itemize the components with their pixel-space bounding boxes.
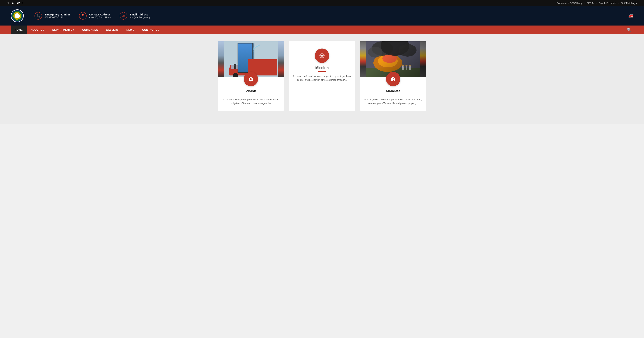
svg-point-36 bbox=[398, 44, 416, 56]
nispsas-link[interactable]: Download NISPSAS App bbox=[557, 2, 582, 4]
house-icon bbox=[390, 76, 396, 82]
mission-title: Mission bbox=[312, 66, 332, 70]
svg-rect-38 bbox=[402, 66, 404, 70]
facebook-icon[interactable]: f bbox=[22, 2, 23, 5]
ffs-tv-link[interactable]: FFS Tv bbox=[587, 2, 594, 4]
header-info: 📞 Emergency Number 08032003557 | 112 📍 C… bbox=[34, 12, 618, 20]
svg-point-44 bbox=[402, 64, 404, 66]
header: 📞 Emergency Number 08032003557 | 112 📍 C… bbox=[0, 6, 644, 26]
top-bar: 𝕏 ▶ ☎ f Download NISPSAS App - FFS Tv - … bbox=[0, 0, 644, 6]
svg-point-20 bbox=[322, 55, 322, 56]
nav-about[interactable]: ABOUT US bbox=[26, 26, 48, 34]
contact-info: 📍 Contact Address Area 10, Garki Abuja bbox=[79, 12, 111, 20]
youtube-icon[interactable]: ▶ bbox=[12, 2, 14, 5]
mission-card: Mission To ensure safety of lives and pr… bbox=[289, 41, 355, 111]
separator-3: - bbox=[618, 2, 619, 4]
separator-2: - bbox=[596, 2, 597, 4]
email-value: info@fedfire.gov.ng bbox=[130, 16, 150, 19]
search-button[interactable]: 🔍 bbox=[625, 26, 633, 34]
mandate-divider bbox=[390, 95, 397, 95]
mandate-card: Mandate To extinguish, control and preve… bbox=[360, 41, 426, 111]
svg-rect-3 bbox=[239, 48, 254, 52]
svg-point-41 bbox=[406, 65, 407, 67]
svg-rect-2 bbox=[239, 44, 254, 47]
gear-icon bbox=[248, 76, 254, 82]
emergency-icon: 📞 bbox=[34, 12, 42, 20]
covid-link[interactable]: Covid-19 Update bbox=[599, 2, 616, 4]
svg-point-43 bbox=[409, 65, 411, 67]
nav-gallery[interactable]: GALLERY bbox=[102, 26, 122, 34]
email-text: Email Address info@fedfire.gov.ng bbox=[130, 13, 150, 19]
mission-divider bbox=[318, 71, 326, 72]
nav-departments[interactable]: DEPARTMENTS ▾ bbox=[48, 26, 78, 34]
vision-title: Vision bbox=[242, 89, 260, 93]
separator-1: - bbox=[584, 2, 585, 4]
nav-contact[interactable]: CONTACT US bbox=[138, 26, 164, 34]
svg-point-39 bbox=[402, 65, 404, 67]
mandate-text: To extinguish, control and prevent Rescu… bbox=[360, 98, 426, 111]
logo bbox=[11, 9, 24, 22]
navbar: HOME ABOUT US DEPARTMENTS ▾ COMMANDS GAL… bbox=[0, 26, 644, 34]
svg-point-46 bbox=[409, 65, 411, 66]
nav-home[interactable]: HOME bbox=[11, 26, 26, 34]
contact-value: Area 10, Garki Abuja bbox=[89, 16, 111, 19]
logo-area bbox=[11, 9, 24, 22]
vision-icon-wrapper bbox=[244, 72, 258, 86]
svg-point-31 bbox=[374, 54, 402, 72]
svg-point-35 bbox=[380, 41, 409, 56]
departments-chevron: ▾ bbox=[73, 29, 74, 31]
social-links: 𝕏 ▶ ☎ f bbox=[7, 2, 23, 5]
svg-point-47 bbox=[393, 78, 394, 79]
emergency-value: 08032003557 | 112 bbox=[44, 16, 70, 19]
svg-rect-1 bbox=[238, 43, 254, 70]
emergency-label: Emergency Number bbox=[44, 13, 70, 16]
contact-text: Contact Address Area 10, Garki Abuja bbox=[89, 13, 111, 19]
email-icon: ✉ bbox=[120, 12, 127, 20]
staff-mail-link[interactable]: Staff Mail Login bbox=[621, 2, 637, 4]
mandate-icon bbox=[386, 72, 400, 86]
vision-text: To produce Firefighters proficient in th… bbox=[218, 98, 284, 111]
svg-point-34 bbox=[372, 41, 393, 56]
mandate-title: Mandate bbox=[382, 89, 404, 93]
svg-point-37 bbox=[368, 47, 382, 58]
mission-text: To ensure safety of lives and properties… bbox=[289, 74, 355, 87]
svg-point-45 bbox=[406, 65, 408, 66]
vision-card: Vision To produce Firefighters proficien… bbox=[218, 41, 284, 111]
svg-point-32 bbox=[378, 55, 398, 68]
mission-icon bbox=[315, 48, 329, 63]
svg-point-15 bbox=[234, 64, 236, 66]
email-info: ✉ Email Address info@fedfire.gov.ng bbox=[120, 12, 150, 20]
twitter-icon[interactable]: 𝕏 bbox=[7, 2, 9, 5]
svg-rect-14 bbox=[234, 66, 236, 69]
vision-icon bbox=[244, 72, 258, 86]
contact-label: Contact Address bbox=[89, 13, 111, 16]
fire-department-icon: 🚒 bbox=[628, 14, 633, 18]
svg-rect-5 bbox=[239, 56, 254, 60]
cards-grid: Vision To produce Firefighters proficien… bbox=[218, 41, 426, 111]
svg-rect-4 bbox=[239, 52, 254, 56]
email-label: Email Address bbox=[130, 13, 150, 16]
main-content: Vision To produce Firefighters proficien… bbox=[0, 34, 644, 124]
svg-rect-42 bbox=[409, 67, 411, 70]
svg-rect-6 bbox=[239, 60, 254, 64]
logo-emblem bbox=[11, 10, 23, 22]
nav-news[interactable]: NEWS bbox=[122, 26, 138, 34]
svg-rect-8 bbox=[247, 43, 251, 70]
top-links: Download NISPSAS App - FFS Tv - Covid-19… bbox=[557, 2, 637, 4]
nav-commands[interactable]: COMMANDS bbox=[78, 26, 102, 34]
mandate-icon-wrapper bbox=[386, 72, 400, 86]
svg-rect-40 bbox=[406, 67, 407, 70]
emergency-text: Emergency Number 08032003557 | 112 bbox=[44, 13, 70, 19]
vision-divider bbox=[247, 95, 254, 95]
emergency-info: 📞 Emergency Number 08032003557 | 112 bbox=[34, 12, 70, 20]
phone-small-icon[interactable]: ☎ bbox=[16, 2, 20, 5]
snowflake-icon bbox=[319, 53, 325, 58]
svg-point-33 bbox=[382, 54, 397, 63]
location-icon: 📍 bbox=[79, 12, 86, 20]
nav-items: HOME ABOUT US DEPARTMENTS ▾ COMMANDS GAL… bbox=[11, 26, 625, 34]
header-right: 🚒 bbox=[628, 14, 633, 18]
mission-icon-wrapper bbox=[315, 48, 329, 63]
svg-rect-7 bbox=[238, 43, 242, 70]
